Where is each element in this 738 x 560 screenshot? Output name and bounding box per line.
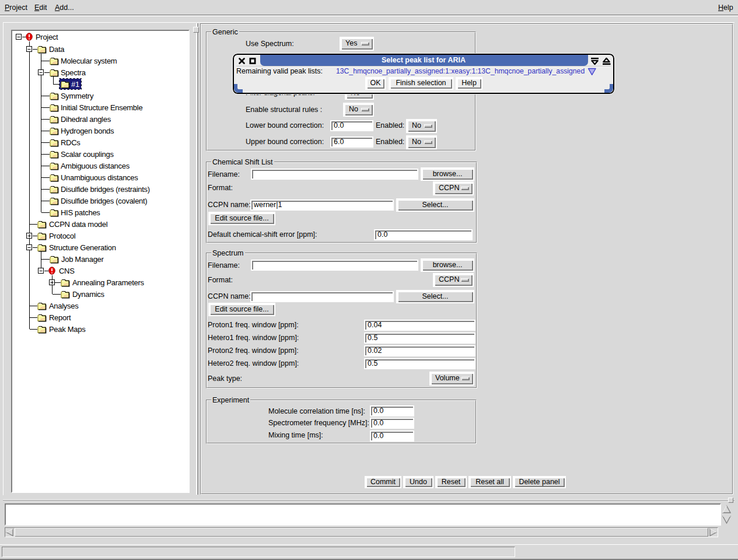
svg-text:Analyses: Analyses [49,302,79,310]
svg-text:Scalar couplings: Scalar couplings [61,150,114,159]
svg-text:Job Manager: Job Manager [61,255,104,264]
svg-text:Peak Maps: Peak Maps [49,325,86,334]
svg-text:Hydrogen bonds: Hydrogen bonds [61,127,114,135]
svg-text:#1: #1 [71,80,79,89]
svg-text:Dihedral angles: Dihedral angles [61,115,111,124]
svg-text:Unambiguous distances: Unambiguous distances [61,173,138,182]
svg-text:RDCs: RDCs [61,138,81,147]
svg-text:Project: Project [36,33,58,41]
svg-text:CCPN data model: CCPN data model [49,220,108,229]
svg-text:Initial Structure Ensemble: Initial Structure Ensemble [61,103,142,112]
svg-text:Dynamics: Dynamics [72,290,104,299]
svg-text:Disulfide bridges (covalent): Disulfide bridges (covalent) [61,197,147,205]
svg-text:Structure Generation: Structure Generation [49,243,116,252]
svg-text:Protocol: Protocol [49,232,76,240]
svg-text:Annealing Parameters: Annealing Parameters [72,278,144,287]
svg-text:Spectra: Spectra [61,68,86,77]
svg-text:Data: Data [49,45,65,54]
svg-text:Ambiguous distances: Ambiguous distances [61,162,130,170]
svg-text:Report: Report [49,313,71,322]
svg-text:HIS patches: HIS patches [61,208,100,217]
svg-text:Disulfide bridges (restraints): Disulfide bridges (restraints) [61,185,150,194]
svg-text:Symmetry: Symmetry [61,92,94,100]
svg-text:Molecular system: Molecular system [61,57,117,65]
svg-text:CNS: CNS [59,267,75,275]
